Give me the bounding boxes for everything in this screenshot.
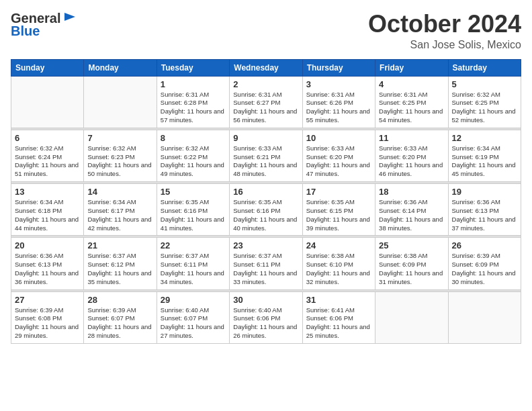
day-number: 8 [161,133,226,143]
sunrise-text: Sunrise: 6:31 AM [233,91,281,98]
col-thursday: Thursday [302,59,375,76]
table-row: 15Sunrise: 6:35 AMSunset: 6:16 PMDayligh… [157,184,229,236]
sunset-text: Sunset: 6:10 PM [306,261,353,268]
daylight-text: Daylight: 11 hours and 29 minutes. [15,323,79,339]
day-number: 9 [233,133,298,143]
col-friday: Friday [375,59,448,76]
day-info: Sunrise: 6:35 AMSunset: 6:15 PMDaylight:… [306,198,371,232]
daylight-text: Daylight: 11 hours and 52 minutes. [452,107,516,124]
table-row: 10Sunrise: 6:33 AMSunset: 6:20 PMDayligh… [302,130,375,181]
table-row: 4Sunrise: 6:31 AMSunset: 6:25 PMDaylight… [375,76,448,128]
daylight-text: Daylight: 11 hours and 38 minutes. [379,216,443,232]
svg-marker-0 [64,13,75,21]
table-row: 30Sunrise: 6:40 AMSunset: 6:06 PMDayligh… [230,291,302,343]
sunset-text: Sunset: 6:22 PM [161,153,208,161]
col-sunday: Sunday [11,59,84,76]
day-number: 29 [161,295,226,305]
daylight-text: Daylight: 11 hours and 47 minutes. [306,161,370,177]
daylight-text: Daylight: 11 hours and 46 minutes. [379,161,443,177]
col-wednesday: Wednesday [230,59,302,76]
day-info: Sunrise: 6:40 AMSunset: 6:06 PMDaylight:… [233,306,298,340]
sunrise-text: Sunrise: 6:39 AM [15,306,63,314]
logo: General Blue [11,11,77,39]
day-number: 28 [87,295,152,305]
sunrise-text: Sunrise: 6:33 AM [306,144,355,152]
sunset-text: Sunset: 6:19 PM [452,153,499,161]
day-info: Sunrise: 6:33 AMSunset: 6:20 PMDaylight:… [379,144,444,179]
day-info: Sunrise: 6:39 AMSunset: 6:09 PMDaylight:… [452,252,517,286]
day-number: 4 [379,79,444,89]
table-row: 29Sunrise: 6:40 AMSunset: 6:07 PMDayligh… [157,291,229,343]
sunrise-text: Sunrise: 6:35 AM [233,198,281,205]
sunset-text: Sunset: 6:25 PM [379,99,426,106]
sunrise-text: Sunrise: 6:40 AM [161,306,209,314]
day-number: 27 [15,295,80,305]
table-row: 18Sunrise: 6:36 AMSunset: 6:14 PMDayligh… [375,184,448,236]
sunrise-text: Sunrise: 6:37 AM [87,252,136,259]
sunset-text: Sunset: 6:21 PM [233,153,280,161]
sunset-text: Sunset: 6:07 PM [161,314,208,322]
sunset-text: Sunset: 6:06 PM [306,314,353,322]
table-row: 24Sunrise: 6:38 AMSunset: 6:10 PMDayligh… [302,238,375,289]
table-row: 26Sunrise: 6:39 AMSunset: 6:09 PMDayligh… [448,238,521,289]
day-number: 22 [161,240,226,250]
daylight-text: Daylight: 11 hours and 57 minutes. [161,107,224,124]
sunrise-text: Sunrise: 6:37 AM [161,252,209,259]
day-number: 10 [306,133,371,143]
daylight-text: Daylight: 11 hours and 37 minutes. [452,216,516,232]
table-row: 23Sunrise: 6:37 AMSunset: 6:11 PMDayligh… [230,238,302,289]
sunset-text: Sunset: 6:13 PM [452,207,499,214]
sunset-text: Sunset: 6:09 PM [452,261,499,268]
daylight-text: Daylight: 11 hours and 54 minutes. [379,107,443,124]
daylight-text: Daylight: 11 hours and 56 minutes. [233,107,297,124]
table-row: 7Sunrise: 6:32 AMSunset: 6:23 PMDaylight… [84,130,157,181]
day-info: Sunrise: 6:38 AMSunset: 6:10 PMDaylight:… [306,252,371,286]
daylight-text: Daylight: 11 hours and 41 minutes. [161,216,224,232]
daylight-text: Daylight: 11 hours and 49 minutes. [161,161,224,177]
day-number: 14 [87,187,152,197]
col-tuesday: Tuesday [157,59,229,76]
sunset-text: Sunset: 6:11 PM [161,261,208,268]
sunrise-text: Sunrise: 6:39 AM [452,252,500,259]
day-info: Sunrise: 6:38 AMSunset: 6:09 PMDaylight:… [379,252,444,286]
daylight-text: Daylight: 11 hours and 45 minutes. [452,161,516,177]
week-row-5: 27Sunrise: 6:39 AMSunset: 6:08 PMDayligh… [11,291,521,343]
sunset-text: Sunset: 6:20 PM [306,153,353,161]
daylight-text: Daylight: 11 hours and 39 minutes. [306,216,370,232]
sunrise-text: Sunrise: 6:36 AM [452,198,500,205]
table-row: 28Sunrise: 6:39 AMSunset: 6:07 PMDayligh… [84,291,157,343]
day-info: Sunrise: 6:31 AMSunset: 6:26 PMDaylight:… [306,91,371,125]
sunset-text: Sunset: 6:23 PM [87,153,134,161]
table-row: 31Sunrise: 6:41 AMSunset: 6:06 PMDayligh… [302,291,375,343]
day-number: 26 [452,240,517,250]
daylight-text: Daylight: 11 hours and 32 minutes. [306,269,370,285]
sunrise-text: Sunrise: 6:36 AM [379,198,427,205]
sunrise-text: Sunrise: 6:38 AM [379,252,427,259]
day-info: Sunrise: 6:31 AMSunset: 6:28 PMDaylight:… [161,91,226,125]
table-row [11,76,84,128]
sunset-text: Sunset: 6:17 PM [87,207,134,214]
sunset-text: Sunset: 6:28 PM [161,99,208,106]
col-monday: Monday [84,59,157,76]
calendar-table: Sunday Monday Tuesday Wednesday Thursday… [11,59,521,344]
table-row: 11Sunrise: 6:33 AMSunset: 6:20 PMDayligh… [375,130,448,181]
daylight-text: Daylight: 11 hours and 35 minutes. [87,269,151,285]
day-number: 24 [306,240,371,250]
day-info: Sunrise: 6:39 AMSunset: 6:08 PMDaylight:… [15,306,80,340]
table-row: 19Sunrise: 6:36 AMSunset: 6:13 PMDayligh… [448,184,521,236]
table-row: 22Sunrise: 6:37 AMSunset: 6:11 PMDayligh… [157,238,229,289]
day-info: Sunrise: 6:41 AMSunset: 6:06 PMDaylight:… [306,306,371,340]
table-row: 13Sunrise: 6:34 AMSunset: 6:18 PMDayligh… [11,184,84,236]
sunset-text: Sunset: 6:13 PM [15,261,62,268]
sunset-text: Sunset: 6:08 PM [15,314,62,322]
sunrise-text: Sunrise: 6:31 AM [306,91,355,98]
table-row: 2Sunrise: 6:31 AMSunset: 6:27 PMDaylight… [230,76,302,128]
week-row-1: 1Sunrise: 6:31 AMSunset: 6:28 PMDaylight… [11,76,521,128]
daylight-text: Daylight: 11 hours and 34 minutes. [161,269,224,285]
sunrise-text: Sunrise: 6:35 AM [306,198,355,205]
daylight-text: Daylight: 11 hours and 40 minutes. [233,216,297,232]
sunset-text: Sunset: 6:16 PM [161,207,208,214]
day-info: Sunrise: 6:32 AMSunset: 6:22 PMDaylight:… [161,144,226,179]
day-number: 23 [233,240,298,250]
day-number: 17 [306,187,371,197]
